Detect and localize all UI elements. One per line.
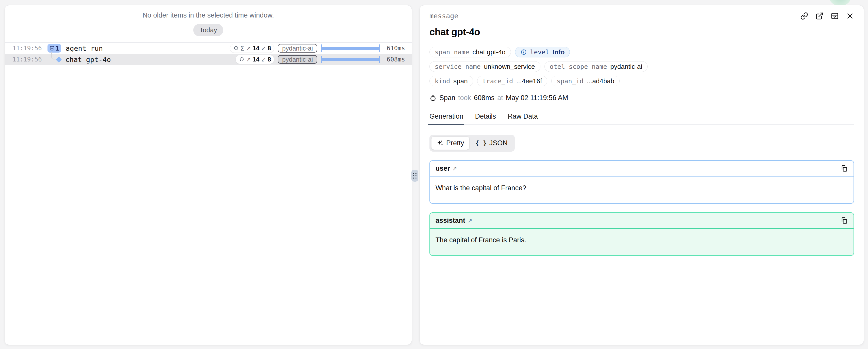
token-usage-pill: ↗ 14 ↙ 8	[236, 55, 274, 64]
link-icon	[800, 12, 808, 20]
meta-pill-span-id: span_id ...ad4bab	[551, 76, 620, 86]
message-role[interactable]: user	[436, 165, 450, 172]
output-tokens: 8	[268, 45, 271, 52]
span-start-time: 11:19:56	[12, 56, 42, 63]
meta-pill-kind: kind span	[429, 76, 473, 86]
tab-details[interactable]: Details	[475, 113, 496, 124]
braces-icon: { }	[475, 139, 487, 147]
token-usage-pill: Σ ↗ 14 ↙ 8	[230, 44, 274, 53]
child-count: 1	[56, 45, 59, 52]
message-card-user: user ↗ What is the capital of France?	[429, 160, 854, 204]
token-coin-icon	[239, 57, 244, 62]
message-content: The capital of France is Paris.	[430, 229, 854, 255]
span-row-agent-run[interactable]: 11:19:56 1 agent run Σ ↗ 14 ↙ 8 pydantic…	[5, 43, 412, 54]
output-tokens-icon: ↙	[261, 56, 266, 63]
external-link-icon	[815, 12, 824, 20]
span-diamond-icon	[56, 56, 62, 62]
meta-pill-trace-id: trace_id ...4ee16f	[477, 76, 548, 86]
span-timestamp: May 02 11:19:56 AM	[506, 94, 568, 102]
input-tokens: 14	[253, 45, 259, 52]
copy-icon	[840, 165, 848, 172]
date-separator: Today	[5, 24, 412, 36]
scope-badge: pydantic-ai	[278, 44, 317, 53]
close-panel-button[interactable]	[846, 12, 854, 20]
input-tokens: 14	[253, 56, 259, 63]
span-timing-line: Span took 608ms at May 02 11:19:56 AM	[429, 94, 854, 102]
role-link-arrow-icon: ↗	[452, 165, 457, 172]
view-mode-toggle: Pretty { } JSON	[429, 135, 515, 152]
span-duration-value: 608ms	[474, 94, 494, 102]
tab-raw-data[interactable]: Raw Data	[508, 113, 538, 124]
copy-message-button[interactable]	[840, 165, 848, 172]
span-timeline-bar	[321, 56, 380, 63]
copy-icon	[840, 217, 848, 224]
span-kind-kicker: message	[429, 12, 458, 20]
span-rows: 11:19:56 1 agent run Σ ↗ 14 ↙ 8 pydantic…	[5, 42, 412, 65]
meta-pill-service-name: service_name unknown_service	[429, 61, 540, 72]
empty-window-note: No older items in the selected time wind…	[5, 11, 412, 19]
message-role[interactable]: assistant	[436, 217, 465, 225]
trace-list-panel: No older items in the selected time wind…	[5, 5, 412, 345]
span-timeline-bar	[321, 44, 380, 52]
close-icon	[846, 12, 854, 20]
span-title: chat gpt-4o	[429, 27, 854, 38]
panel-resize-handle[interactable]	[411, 170, 418, 182]
span-row-chat-gpt-4o[interactable]: 11:19:56 chat gpt-4o ↗ 14 ↙ 8 pydantic-a…	[5, 54, 412, 65]
collapse-children-toggle[interactable]: 1	[48, 44, 61, 53]
dock-panel-button[interactable]	[831, 12, 839, 20]
open-external-button[interactable]	[815, 12, 824, 20]
tab-generation[interactable]: Generation	[429, 113, 463, 124]
info-icon	[520, 49, 527, 55]
message-content: What is the capital of France?	[430, 177, 854, 203]
meta-pill-span-name: span_name chat gpt-4o	[429, 47, 511, 57]
input-tokens-icon: ↗	[246, 56, 251, 63]
dock-bottom-icon	[831, 12, 839, 20]
output-tokens-icon: ↙	[261, 45, 266, 52]
sigma-total-icon: Σ	[241, 45, 244, 52]
role-link-arrow-icon: ↗	[467, 217, 472, 224]
message-card-assistant: assistant ↗ The capital of France is Par…	[429, 212, 854, 256]
span-duration: 608ms	[383, 56, 405, 63]
copy-message-button[interactable]	[840, 217, 848, 224]
stopwatch-icon	[429, 94, 437, 102]
span-start-time: 11:19:56	[12, 45, 42, 52]
meta-pill-otel-scope: otel_scope_name pydantic-ai	[545, 61, 648, 72]
level-badge: level Info	[515, 47, 570, 57]
span-name: agent run	[66, 44, 103, 52]
pretty-view-button[interactable]: Pretty	[431, 137, 469, 150]
span-metadata: span_name chat gpt-4o level Info service…	[429, 47, 854, 86]
span-name: chat gpt-4o	[65, 56, 111, 64]
span-detail-panel: message chat gpt-4o span_nam	[420, 5, 864, 345]
today-chip[interactable]: Today	[193, 24, 223, 36]
copy-link-button[interactable]	[800, 12, 808, 20]
json-view-button[interactable]: { } JSON	[470, 137, 513, 150]
span-duration: 610ms	[383, 45, 405, 52]
sparkles-icon	[437, 140, 444, 147]
input-tokens-icon: ↗	[246, 45, 251, 52]
tree-connector	[51, 52, 56, 59]
minus-square-icon	[49, 45, 55, 51]
token-coin-icon	[233, 45, 239, 51]
detail-tabs: Generation Details Raw Data	[429, 113, 854, 125]
output-tokens: 8	[268, 56, 271, 63]
scope-badge: pydantic-ai	[278, 55, 317, 64]
